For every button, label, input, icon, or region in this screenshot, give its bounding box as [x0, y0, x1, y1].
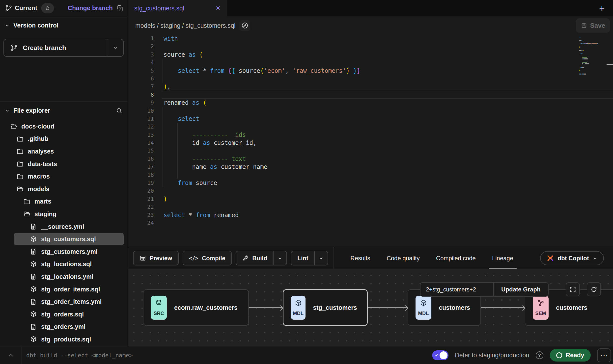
code-content — [162, 123, 613, 131]
version-control-header[interactable]: Version control — [0, 16, 128, 33]
code-line-10[interactable]: 10 — [128, 107, 613, 115]
file-explorer-section: File explorer docs-cloud.githubanalysesd… — [0, 102, 128, 346]
minimap[interactable] — [579, 36, 597, 77]
code-content — [162, 43, 613, 51]
preview-button[interactable]: Preview — [134, 251, 178, 265]
code-line-19[interactable]: 19 from source — [128, 179, 613, 187]
code-line-11[interactable]: 11 select — [128, 115, 613, 123]
help-icon[interactable]: ? — [536, 351, 543, 359]
tree-item-label: stg_orders.yml — [41, 323, 85, 330]
code-line-5[interactable]: 5 select * from {{ source('ecom', 'raw_c… — [128, 67, 613, 75]
view-docs-button[interactable] — [239, 20, 250, 31]
code-line-12[interactable]: 12 — [128, 123, 613, 131]
cube-icon — [294, 299, 302, 307]
tree-item-analyses[interactable]: analyses — [0, 145, 128, 158]
fullscreen-button[interactable] — [566, 282, 580, 296]
compile-button-group: </>Compile — [183, 251, 232, 265]
lineage-node-stg_customers[interactable]: MDLstg_customers — [283, 289, 368, 326]
line-number: 16 — [128, 155, 162, 163]
code-line-2[interactable]: 2 — [128, 43, 613, 51]
compile-button[interactable]: </>Compile — [183, 251, 231, 265]
line-number: 3 — [128, 51, 162, 59]
code-line-6[interactable]: 6 — [128, 75, 613, 83]
code-content: from source — [162, 179, 613, 187]
cube-icon — [419, 299, 427, 307]
ide-status-button[interactable]: Ready — [550, 349, 591, 362]
tree-item-stg_locations.sql[interactable]: stg_locations.sql — [0, 258, 128, 271]
tree-item-marts[interactable]: marts — [0, 195, 128, 208]
code-line-24[interactable]: 24 — [128, 219, 613, 227]
copy-icon[interactable] — [116, 4, 124, 12]
lineage-panel[interactable]: SRCecom.raw_customersMDLstg_customersMDL… — [128, 269, 613, 346]
code-line-16[interactable]: 16 ---------- text — [128, 155, 613, 163]
overflow-menu-button[interactable]: ⋯ — [597, 348, 611, 362]
folder-open-icon — [16, 185, 24, 193]
chevron-down-icon — [319, 256, 324, 261]
tree-item-stg_customers.yml[interactable]: stg_customers.yml — [0, 245, 128, 258]
tree-item-label: stg_locations.yml — [41, 273, 93, 280]
code-line-17[interactable]: 17 name as customer_name — [128, 163, 613, 171]
build-dropdown[interactable] — [273, 251, 286, 265]
code-editor[interactable]: 1with23source as (45 select * from {{ so… — [128, 35, 613, 247]
code-line-22[interactable]: 22 — [128, 203, 613, 211]
create-branch-dropdown[interactable] — [107, 39, 123, 56]
code-line-3[interactable]: 3source as ( — [128, 51, 613, 59]
line-number: 1 — [128, 35, 162, 43]
tree-item-stg_orders.sql[interactable]: stg_orders.sql — [0, 308, 128, 321]
tab-compiled-code[interactable]: Compiled code — [436, 247, 476, 269]
close-tab-icon[interactable]: ✕ — [216, 5, 221, 12]
command-bar-collapse-button[interactable] — [0, 346, 22, 364]
tab-code-quality[interactable]: Code quality — [387, 247, 419, 269]
tab-lineage[interactable]: Lineage — [492, 247, 513, 269]
tab-results[interactable]: Results — [350, 247, 370, 269]
code-line-4[interactable]: 4 — [128, 59, 613, 67]
node-name: customers — [556, 304, 597, 311]
change-branch-link[interactable]: Change branch — [68, 4, 113, 12]
code-line-9[interactable]: 9renamed as ( — [128, 99, 613, 107]
create-branch-button[interactable]: Create branch — [4, 39, 107, 56]
code-line-20[interactable]: 20 — [128, 187, 613, 195]
defer-toggle[interactable] — [432, 350, 448, 360]
tree-item-stg_locations.yml[interactable]: stg_locations.yml — [0, 270, 128, 283]
tree-item-macros[interactable]: macros — [0, 170, 128, 183]
lineage-node-ecom.raw_customers[interactable]: SRCecom.raw_customers — [143, 289, 249, 326]
tree-item-label: stg_customers.sql — [41, 235, 96, 243]
badge-label: SEM — [535, 311, 546, 316]
command-input[interactable]: dbt build --select <model_name> — [26, 352, 133, 359]
code-line-15[interactable]: 15 — [128, 147, 613, 155]
refresh-button[interactable] — [587, 282, 601, 296]
tree-item-staging[interactable]: staging — [0, 208, 128, 220]
tree-item-stg_orders.yml[interactable]: stg_orders.yml — [0, 321, 128, 333]
lint-dropdown[interactable] — [314, 251, 328, 265]
tree-item-models[interactable]: models — [0, 183, 128, 195]
tree-item-__sources.yml[interactable]: __sources.yml — [0, 220, 128, 233]
search-icon[interactable] — [116, 107, 123, 114]
lint-button[interactable]: Lint — [291, 251, 314, 265]
tree-item-stg_products.sql[interactable]: stg_products.sql — [0, 333, 128, 346]
code-line-1[interactable]: 1with — [128, 35, 613, 43]
code-line-7[interactable]: 7), — [128, 83, 613, 91]
file-explorer-header[interactable]: File explorer — [0, 102, 128, 119]
tree-item-data-tests[interactable]: data-tests — [0, 158, 128, 170]
tree-item-.github[interactable]: .github — [0, 133, 128, 145]
dbt-copilot-button[interactable]: dbt Copilot — [540, 251, 604, 265]
git-branch-icon — [10, 44, 18, 52]
save-button[interactable]: Save — [576, 18, 610, 33]
code-line-13[interactable]: 13 ---------- ids — [128, 131, 613, 139]
minimap-line — [579, 75, 597, 77]
new-tab-button[interactable]: + — [591, 0, 613, 16]
tree-item-stg_customers.sql[interactable]: stg_customers.sql — [14, 233, 124, 245]
code-line-21[interactable]: 21) — [128, 195, 613, 203]
tree-item-docs-cloud[interactable]: docs-cloud — [0, 120, 128, 133]
code-line-18[interactable]: 18 — [128, 171, 613, 179]
mdl-badge: MDL — [416, 296, 431, 320]
tab-stg-customers-sql[interactable]: stg_customers.sql ✕ — [128, 0, 227, 16]
lineage-selector-input[interactable]: 2+stg_customers+2 — [420, 283, 493, 296]
tree-item-stg_order_items.yml[interactable]: stg_order_items.yml — [0, 295, 128, 308]
code-line-14[interactable]: 14 id as customer_id, — [128, 139, 613, 147]
update-graph-button[interactable]: Update Graph — [493, 283, 548, 296]
tree-item-stg_order_items.sql[interactable]: stg_order_items.sql — [0, 283, 128, 296]
code-line-8[interactable]: 8 — [128, 91, 613, 99]
code-line-23[interactable]: 23select * from renamed — [128, 211, 613, 219]
build-button[interactable]: Build — [236, 251, 273, 265]
